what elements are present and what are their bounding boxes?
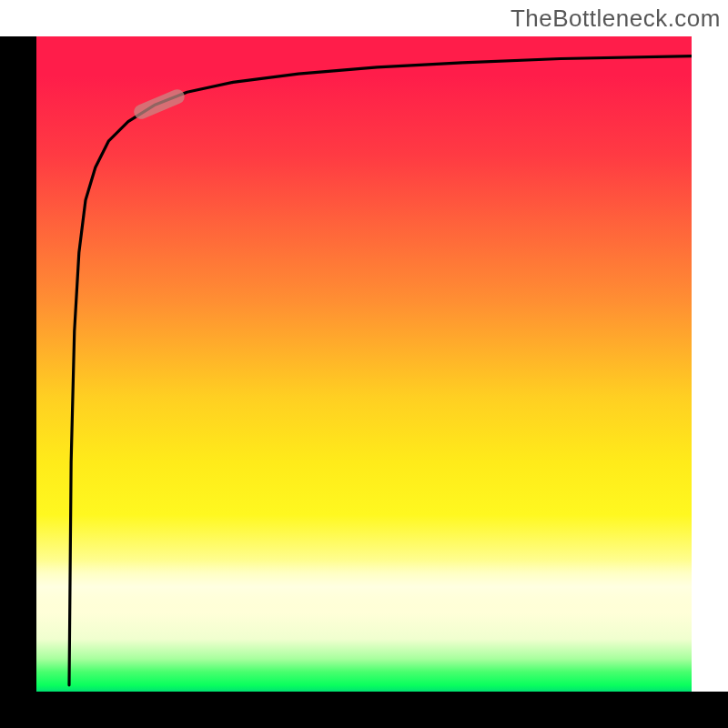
plot-area bbox=[36, 36, 692, 692]
x-axis-bar bbox=[0, 692, 728, 728]
watermark-text: TheBottleneck.com bbox=[511, 0, 721, 36]
chart-frame: TheBottleneck.com bbox=[0, 0, 728, 728]
curve-marker bbox=[141, 96, 177, 112]
curve-svg bbox=[36, 36, 692, 692]
y-axis-bar bbox=[0, 36, 36, 692]
bottleneck-curve bbox=[69, 56, 692, 685]
